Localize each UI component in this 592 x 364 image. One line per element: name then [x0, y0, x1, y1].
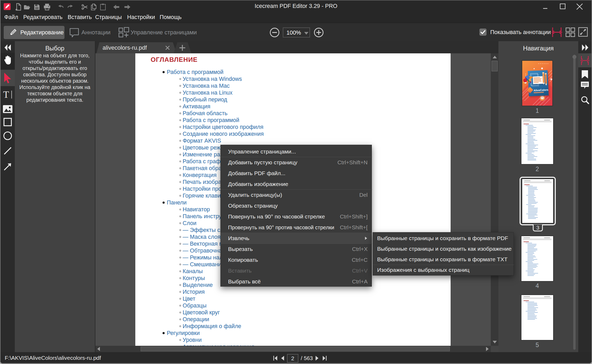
svg-text:T: T	[3, 90, 9, 99]
svg-text:AliveColors: AliveColors	[534, 88, 548, 92]
